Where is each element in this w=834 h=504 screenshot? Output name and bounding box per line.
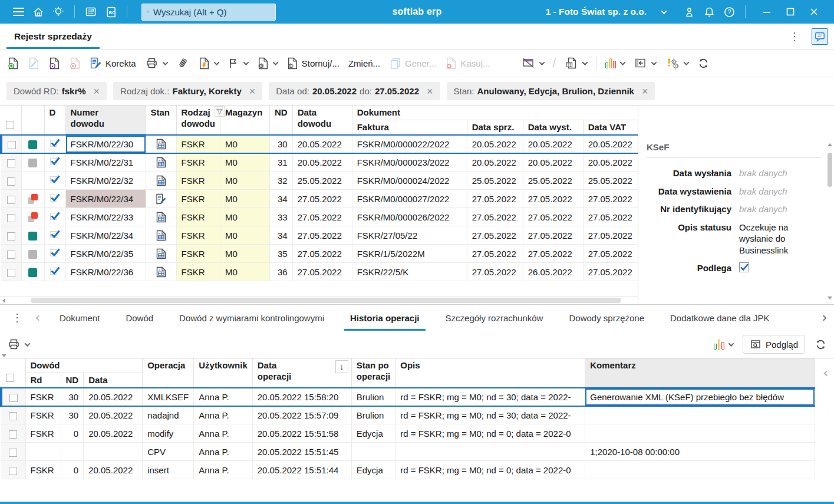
more-options-icon[interactable]: ⋮ bbox=[786, 30, 803, 43]
document-operations-button[interactable] bbox=[257, 57, 278, 70]
register-row[interactable]: FSKR/M0/22/31FSKRM03120.05.2022FSKR/M0/0… bbox=[1, 153, 638, 172]
filter-chip[interactable]: Stan: Anulowany, Edycja, Brulion, Dzienn… bbox=[447, 82, 655, 100]
feedback-button[interactable] bbox=[812, 28, 828, 45]
panel-collapse-icon[interactable] bbox=[824, 371, 830, 377]
col-d[interactable]: D bbox=[44, 106, 65, 135]
tab-rejestr-sprzedazy[interactable]: Rejestr sprzedaży bbox=[6, 24, 100, 49]
row-checkbox[interactable] bbox=[7, 177, 15, 186]
tab-dowody-sprze-zone[interactable]: Dowody sprzężone bbox=[556, 305, 657, 331]
history-row[interactable]: FSKR020.05.2022insertAnna P.20.05.2022 1… bbox=[1, 461, 815, 479]
scrollbar-thumb[interactable] bbox=[828, 153, 832, 187]
korekta-button[interactable]: Korekta bbox=[90, 57, 136, 70]
scroll-down-icon[interactable] bbox=[2, 354, 6, 357]
col-dowod-group[interactable]: Dowód bbox=[25, 358, 143, 373]
tab-dokument[interactable]: Dokument bbox=[47, 305, 113, 331]
scroll-down-icon[interactable] bbox=[828, 297, 832, 299]
tips-button[interactable] bbox=[48, 2, 68, 22]
cell-komentarz[interactable]: Generowanie XML (KSeF) przebiegło bez bł… bbox=[585, 388, 815, 406]
cell-numer-dowodu[interactable]: FSKR/M0/22/35 bbox=[65, 245, 146, 263]
document-info-button[interactable] bbox=[48, 57, 60, 70]
side-panel-button[interactable] bbox=[634, 57, 656, 70]
labels-button[interactable] bbox=[522, 57, 544, 70]
cell-komentarz[interactable]: 1;2020-10-08 00:00:00 bbox=[585, 443, 815, 461]
kasuj-button[interactable]: Kasuj... bbox=[445, 57, 490, 70]
analysis-button[interactable] bbox=[605, 58, 625, 68]
search-input[interactable] bbox=[153, 7, 271, 17]
refresh-button[interactable] bbox=[697, 57, 710, 70]
podlega-checkbox[interactable] bbox=[739, 262, 749, 272]
edit-document-button[interactable] bbox=[28, 57, 39, 70]
col-data-operacji[interactable]: Dataoperacji ↓ bbox=[252, 358, 351, 388]
home-button[interactable] bbox=[28, 2, 48, 22]
row-checkbox[interactable] bbox=[7, 269, 15, 277]
row-checkbox[interactable] bbox=[9, 430, 17, 439]
col-uzytkownik[interactable]: Użytkownik bbox=[194, 358, 253, 388]
cell-numer-dowodu[interactable]: FSKR/M0/22/34 bbox=[65, 226, 146, 245]
tabs-scroll-right-icon[interactable] bbox=[821, 315, 827, 321]
minimize-button[interactable] bbox=[755, 2, 779, 22]
scrollbar-thumb[interactable] bbox=[31, 298, 621, 303]
select-all-checkbox[interactable] bbox=[6, 121, 14, 129]
cell-numer-dowodu[interactable]: FSKR/M0/22/36 bbox=[65, 263, 146, 281]
row-checkbox[interactable] bbox=[7, 251, 15, 259]
cell-numer-dowodu[interactable]: FSKR/M0/22/33 bbox=[65, 208, 146, 226]
close-button[interactable] bbox=[802, 2, 826, 22]
cell-numer-dowodu[interactable]: FSKR/M0/22/30 bbox=[65, 135, 146, 153]
col-data-dowodu[interactable]: Datadowodu bbox=[292, 106, 352, 135]
company-selector[interactable]: 1 - Foto Świat sp. z o.o. bbox=[546, 6, 666, 17]
filter-chip[interactable]: Data od: 20.05.2022 do: 27.05.2022× bbox=[269, 82, 440, 100]
register-row[interactable]: FSKR/M0/22/32FSKRM03225.05.2022FSKR/M0/0… bbox=[1, 172, 638, 190]
row-checkbox[interactable] bbox=[7, 159, 15, 167]
global-search[interactable] bbox=[141, 4, 276, 21]
select-all-checkbox[interactable] bbox=[6, 374, 14, 382]
register-row[interactable]: FSKR/M0/22/36FSKRM03627.05.2022FSKR/22/5… bbox=[1, 263, 638, 281]
news-button[interactable] bbox=[81, 2, 101, 22]
col-data-sprz[interactable]: Data sprz. bbox=[467, 120, 523, 134]
zmien-button[interactable]: Zmień... bbox=[348, 58, 380, 68]
filter-funnel-icon[interactable] bbox=[215, 106, 225, 117]
history-row[interactable]: CPVAnna P.20.05.2022 15:51:451;2020-10-0… bbox=[1, 443, 815, 461]
stornuj-button[interactable]: Stornuj/... bbox=[286, 57, 339, 70]
scroll-left-icon[interactable] bbox=[2, 298, 5, 303]
register-horizontal-scrollbar[interactable] bbox=[0, 296, 638, 304]
col-magazyn[interactable]: Magazyn bbox=[220, 106, 269, 135]
cell-komentarz[interactable] bbox=[585, 406, 815, 424]
register-row[interactable]: FSKR/M0/22/33FSKRM03327.05.2022FSKR/M0/0… bbox=[1, 208, 638, 226]
add-document-button[interactable] bbox=[7, 57, 19, 70]
col-nd[interactable]: ND bbox=[61, 373, 84, 387]
cell-komentarz[interactable] bbox=[585, 461, 815, 479]
tab-dodatkowe-dane-dla-jpk[interactable]: Dodatkowe dane dla JPK bbox=[657, 305, 782, 331]
podglad-button[interactable]: Podgląd bbox=[743, 335, 805, 354]
detail-tabs-menu-icon[interactable]: ⋮ bbox=[8, 311, 26, 324]
history-select-all-header[interactable] bbox=[1, 358, 25, 388]
tab-szczego-y-rozrachunkow[interactable]: Szczegóły rozrachunków bbox=[433, 305, 556, 331]
sort-descending-icon[interactable]: ↓ bbox=[335, 360, 348, 373]
history-row[interactable]: FSKR3020.05.2022nadajndAnna P.20.05.2022… bbox=[1, 406, 815, 424]
col-rodzaj-dowodu[interactable]: Rodzajdowodu bbox=[176, 106, 220, 135]
row-checkbox[interactable] bbox=[7, 214, 15, 222]
row-checkbox[interactable] bbox=[8, 141, 16, 149]
tabs-scroll-left-icon[interactable] bbox=[36, 315, 42, 321]
tab-dowod-z-wymiarami-kontrolingowymi[interactable]: Dowód z wymiarami kontrolingowymi bbox=[166, 305, 337, 331]
register-row[interactable]: FSKR/M0/22/35FSKRM03527.05.2022FSKR/1/5/… bbox=[1, 245, 638, 263]
register-row[interactable]: FSKR/M0/22/34FSKRM03427.05.2022FSKR/27/0… bbox=[1, 226, 638, 245]
select-all-header[interactable] bbox=[1, 106, 21, 135]
quick-actions-button[interactable] bbox=[198, 57, 219, 70]
chip-remove-icon[interactable]: × bbox=[94, 86, 100, 97]
flag-button[interactable] bbox=[228, 57, 248, 70]
history-row[interactable]: FSKR020.05.2022modifyAnna P.20.05.2022 1… bbox=[1, 424, 815, 443]
filter-chip[interactable]: Rodzaj dok.: Faktury, Korekty× bbox=[113, 82, 262, 100]
filter-chip[interactable]: Dowód RD: fskr%× bbox=[6, 82, 107, 100]
generuj-button[interactable]: Gener... bbox=[389, 57, 436, 70]
cell-numer-dowodu[interactable]: FSKR/M0/22/32 bbox=[65, 172, 146, 190]
help-button[interactable]: ? bbox=[719, 2, 739, 22]
tab-dowod[interactable]: Dowód bbox=[113, 305, 166, 331]
chip-remove-icon[interactable]: × bbox=[249, 86, 256, 97]
service-operations-button[interactable] bbox=[665, 57, 688, 70]
col-faktura[interactable]: Faktura bbox=[352, 120, 467, 134]
register-row[interactable]: FSKR/M0/22/34FSKRM03427.05.2022FSKR/M0/0… bbox=[1, 190, 638, 208]
business-check-button[interactable]: BC bbox=[101, 2, 121, 22]
row-checkbox[interactable] bbox=[7, 196, 15, 204]
col-dokument-group[interactable]: Dokument bbox=[352, 106, 638, 120]
col-data[interactable]: Data bbox=[84, 373, 143, 387]
